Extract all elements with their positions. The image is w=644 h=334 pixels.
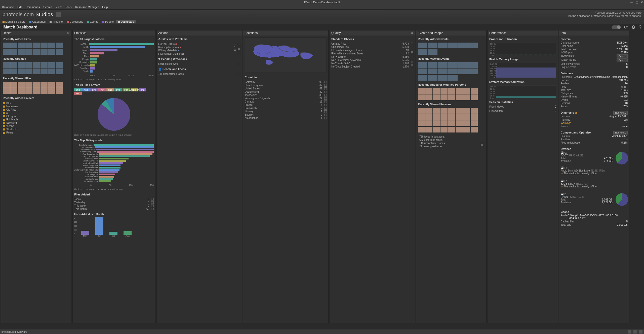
thumbnail[interactable]	[468, 43, 478, 48]
thumbnail[interactable]	[3, 88, 10, 94]
folder-item[interactable]: Rome	[3, 131, 70, 134]
folder-item[interactable]: Old Files	[3, 108, 70, 111]
menu-edit[interactable]: Edit	[17, 6, 22, 9]
format-swatch[interactable]: DNG	[106, 88, 114, 91]
keywords-chart[interactable]: Gender|womanGender|manGeschlecht|FrauGes…	[73, 143, 155, 183]
country-row[interactable]: Germany90	[243, 80, 328, 84]
status-icon[interactable]	[639, 330, 642, 333]
thumbnail[interactable]	[18, 49, 25, 55]
tab-categories[interactable]: Categories	[28, 20, 47, 23]
thumbnail[interactable]	[418, 94, 425, 100]
thumbnail[interactable]	[25, 82, 32, 88]
thumbnail[interactable]	[41, 49, 48, 55]
thumbnail[interactable]	[471, 127, 478, 132]
thumbnail[interactable]	[56, 43, 63, 48]
recent-added-thumbs[interactable]	[1, 42, 71, 55]
thumbnail[interactable]	[48, 69, 55, 74]
thumbnail[interactable]	[440, 114, 448, 120]
theme-toggle[interactable]	[612, 25, 621, 29]
run-compact-button[interactable]: Run now...	[613, 131, 628, 135]
thumbnail[interactable]	[3, 43, 10, 48]
thumbnail[interactable]	[10, 88, 17, 94]
problem-row[interactable]: Files without thumbnail7	[157, 52, 242, 55]
thumbnail[interactable]	[463, 108, 470, 114]
external-link-icon[interactable]	[151, 201, 154, 204]
thumbnail[interactable]	[33, 82, 40, 88]
external-link-icon[interactable]	[324, 117, 327, 119]
problem-row[interactable]: Reading Metadata1	[157, 46, 242, 49]
thumbnail[interactable]	[18, 88, 25, 94]
added-row[interactable]: This Week0	[73, 204, 155, 207]
thumbnail[interactable]	[433, 94, 440, 100]
thumbnail[interactable]	[48, 62, 55, 68]
thumbnail[interactable]	[433, 120, 440, 126]
thumbnail[interactable]	[3, 69, 10, 74]
thumbnail[interactable]	[428, 62, 437, 68]
thumbnail[interactable]	[48, 88, 55, 94]
quality-row[interactable]: No 'Create Date'1,970	[330, 62, 415, 65]
thumbnail[interactable]	[458, 43, 468, 48]
external-link-icon[interactable]	[324, 114, 327, 116]
file-format-legend[interactable]: JPGPSDEPSTIFDNGDVGPDFAFDESIGNCR2HEIC	[73, 88, 155, 95]
help-icon[interactable]: ?	[639, 25, 641, 30]
thumbnail[interactable]	[471, 114, 478, 120]
thumbnail[interactable]	[448, 62, 458, 68]
modified-persons-thumbs[interactable]	[416, 88, 486, 101]
thumbnail[interactable]	[458, 69, 468, 74]
thumbnail[interactable]	[18, 43, 25, 48]
folder-item[interactable]: Glasgow	[3, 115, 70, 118]
thumbnail[interactable]	[56, 82, 63, 88]
thumbnail[interactable]	[41, 82, 48, 88]
external-link-icon[interactable]	[324, 97, 327, 100]
thumbnail[interactable]	[56, 88, 63, 94]
thumbnail[interactable]	[41, 69, 48, 74]
folder-item[interactable]: Scottland	[3, 121, 70, 124]
thumbnail[interactable]	[18, 69, 25, 74]
thumbnail[interactable]	[10, 82, 17, 88]
thumbnail[interactable]	[3, 82, 10, 88]
thumbnail[interactable]	[418, 108, 425, 114]
thumbnail[interactable]	[468, 62, 478, 68]
external-link-icon[interactable]	[238, 63, 240, 65]
thumbnail[interactable]	[425, 108, 432, 114]
thumbnail[interactable]	[433, 108, 440, 114]
thumbnail[interactable]	[41, 62, 48, 68]
menu-commands[interactable]: Commands	[26, 6, 40, 9]
menu-view[interactable]: View	[56, 6, 62, 9]
country-row[interactable]: Frankreich7	[243, 107, 328, 110]
external-link-icon[interactable]	[481, 142, 483, 145]
country-row[interactable]: Deutschland39	[243, 90, 328, 93]
external-link-icon[interactable]	[411, 43, 413, 45]
format-swatch[interactable]: EPS	[90, 88, 98, 91]
format-swatch[interactable]: DVG	[114, 88, 122, 91]
thumbnail[interactable]	[448, 69, 458, 74]
thumbnail[interactable]	[10, 43, 17, 48]
tab-events[interactable]: Events	[86, 20, 100, 23]
country-row[interactable]: Niederlande1	[243, 116, 328, 120]
external-link-icon[interactable]	[238, 49, 240, 52]
thumbnail[interactable]	[41, 88, 48, 94]
gear-icon[interactable]: ⚙	[67, 31, 70, 35]
external-link-icon[interactable]	[324, 107, 327, 110]
recent-updated-thumbs[interactable]	[1, 62, 71, 75]
thumbnail[interactable]	[440, 108, 448, 114]
external-link-icon[interactable]	[151, 198, 154, 201]
open-button[interactable]: Open...	[617, 58, 628, 62]
thumbnail[interactable]	[448, 94, 455, 100]
thumbnail[interactable]	[463, 127, 470, 132]
external-link-icon[interactable]	[238, 53, 240, 55]
thumbnail[interactable]	[448, 88, 455, 94]
thumbnail[interactable]	[438, 69, 448, 74]
thumbnail[interactable]	[468, 69, 478, 74]
gear-icon[interactable]: ⚙	[411, 31, 413, 35]
external-link-icon[interactable]	[411, 49, 413, 52]
added-row[interactable]: This Month69	[73, 207, 155, 211]
thumbnail[interactable]	[456, 88, 463, 94]
thumbnail[interactable]	[448, 43, 458, 48]
thumbnail[interactable]	[425, 120, 432, 126]
external-link-icon[interactable]	[481, 145, 483, 148]
format-swatch[interactable]: PSD	[82, 88, 90, 91]
tab-dashboard[interactable]: Dashboard	[116, 20, 136, 23]
thumbnail[interactable]	[3, 49, 10, 55]
thumbnail[interactable]	[425, 88, 432, 94]
